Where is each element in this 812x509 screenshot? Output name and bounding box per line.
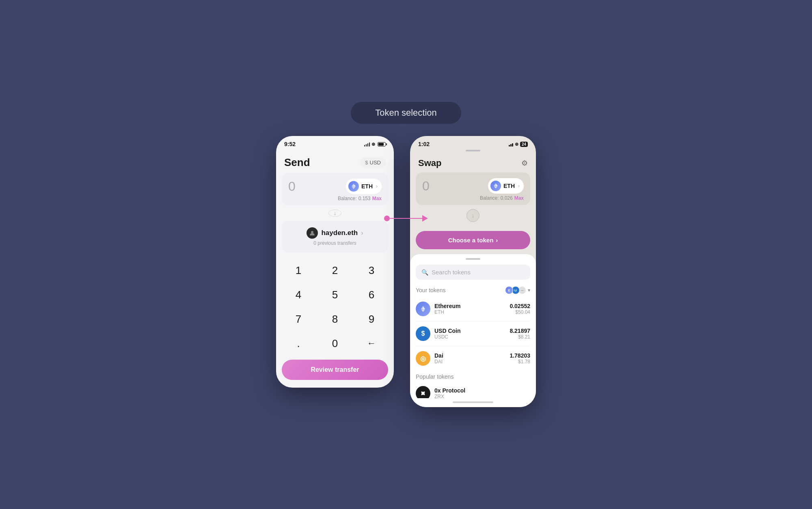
- numpad: 1 2 3 4 5 6 7 8 9 . 0 ←: [276, 252, 394, 360]
- numpad-0[interactable]: 0: [317, 331, 353, 356]
- recipient-row[interactable]: hayden.eth ›: [307, 227, 363, 239]
- gear-icon[interactable]: ⚙: [521, 159, 528, 168]
- max-button-left[interactable]: Max: [372, 196, 382, 201]
- dai-token-logo: ◎: [416, 351, 430, 366]
- review-transfer-label: Review transfer: [311, 366, 359, 373]
- numpad-5[interactable]: 5: [317, 283, 353, 307]
- arrow-dot: [384, 216, 390, 221]
- numpad-4[interactable]: 4: [280, 283, 317, 307]
- mini-eth-icon: E: [505, 286, 513, 294]
- amount-input-left[interactable]: 0: [288, 179, 296, 194]
- token-item-usdc[interactable]: $ USD Coin USDC 8.21897 $8.21: [410, 322, 536, 345]
- usdc-token-name: USD Coin: [434, 328, 505, 334]
- balance-label-right: Balance:: [480, 195, 499, 201]
- zrx-token-name: 0x Protocol: [434, 387, 530, 394]
- dai-token-info: Dai DAI: [434, 352, 505, 364]
- zrx-token-logo: [416, 386, 430, 398]
- token-item-eth[interactable]: Ethereum ETH 0.02552 $50.04: [410, 298, 536, 320]
- balance-row-right: Balance: 0.026 Max: [422, 195, 524, 201]
- divider-usdc: [416, 346, 530, 346]
- divider-eth: [416, 321, 530, 321]
- review-transfer-button[interactable]: Review transfer: [282, 360, 388, 380]
- status-bar-left: 9:52 ⊛: [276, 136, 394, 150]
- send-header: Send $ USD: [276, 154, 394, 173]
- chevron-right-icon-right: ›: [518, 183, 520, 189]
- chevron-right-icon-left: ›: [376, 183, 378, 189]
- numpad-8[interactable]: 8: [317, 307, 353, 331]
- status-icons-right: ⊛ 24: [509, 142, 528, 147]
- eth-token-logo: [416, 302, 430, 316]
- dollar-icon: $: [365, 160, 368, 166]
- numpad-9[interactable]: 9: [353, 307, 390, 331]
- usdc-usd: $8.21: [510, 334, 530, 340]
- balance-value-right: 0.026: [501, 195, 513, 201]
- token-selection-sheet: 🔍 Search tokens Your tokens E U ··· ▾: [410, 254, 536, 407]
- balance-value-left: 0.153: [358, 196, 371, 201]
- amount-input-right[interactable]: 0: [422, 179, 430, 194]
- numpad-3[interactable]: 3: [353, 258, 390, 283]
- token-name-left: ETH: [361, 183, 373, 190]
- usdc-token-info: USD Coin USDC: [434, 328, 505, 340]
- balance-label-left: Balance:: [338, 196, 357, 201]
- token-name-right: ETH: [503, 183, 515, 189]
- recipient-chevron: ›: [361, 229, 363, 237]
- zrx-token-symbol: ZRX: [434, 394, 530, 398]
- send-title: Send: [284, 156, 310, 169]
- title-text: Token selection: [375, 108, 437, 118]
- battery-icon: [378, 142, 386, 147]
- eth-token-amounts: 0.02552 $50.04: [510, 303, 530, 315]
- token-item-zrx[interactable]: 0x Protocol ZRX: [410, 382, 536, 398]
- sheet-pull: [466, 258, 480, 260]
- wifi-icon: ⊛: [371, 142, 375, 147]
- numpad-1[interactable]: 1: [280, 258, 317, 283]
- token-item-dai[interactable]: ◎ Dai DAI 1.78203 $1.78: [410, 347, 536, 370]
- numpad-2[interactable]: 2: [317, 258, 353, 283]
- recipient-avatar: [307, 227, 318, 239]
- numpad-backspace[interactable]: ←: [353, 331, 390, 356]
- search-placeholder-text: Search tokens: [432, 269, 471, 276]
- arrow-indicator: [384, 215, 428, 222]
- wifi-icon-right: ⊛: [515, 142, 518, 147]
- numpad-6[interactable]: 6: [353, 283, 390, 307]
- status-bar-right: 1:02 ⊛ 24: [410, 136, 536, 150]
- swap-title: Swap: [418, 158, 441, 168]
- arrow-head: [422, 215, 428, 222]
- eth-token-symbol: ETH: [434, 309, 505, 315]
- popular-tokens-label: Popular tokens: [416, 373, 454, 380]
- token-selector-right[interactable]: ETH ›: [488, 178, 524, 194]
- recipient-name: hayden.eth: [321, 229, 358, 237]
- numpad-7[interactable]: 7: [280, 307, 317, 331]
- amount-section-right: 0 ETH › Balance: 0.026 Max: [416, 173, 530, 205]
- swap-direction-button-left[interactable]: ↓: [328, 209, 341, 217]
- amount-row-left: 0 ETH ›: [288, 179, 382, 194]
- amount-section-left: 0 ETH › Balance: 0.153 Max: [282, 173, 388, 205]
- token-group-icons: E U ··· ▾: [507, 286, 530, 294]
- status-icons-left: ⊛: [364, 142, 386, 147]
- choose-token-label: Choose a token: [448, 237, 494, 244]
- home-bar-right: [453, 401, 493, 403]
- eth-balance: 0.02552: [510, 303, 530, 309]
- currency-label: USD: [370, 160, 381, 166]
- chevron-down-icon: ▾: [528, 287, 530, 293]
- phone-left: 9:52 ⊛ Send $ USD: [276, 136, 394, 388]
- dai-token-symbol: DAI: [434, 359, 505, 364]
- eth-token-info: Ethereum ETH: [434, 303, 505, 315]
- token-selector-left[interactable]: ETH ›: [346, 179, 382, 194]
- prev-transfers-text: 0 previous transfers: [313, 240, 356, 246]
- zrx-token-info: 0x Protocol ZRX: [434, 387, 530, 398]
- search-bar[interactable]: 🔍 Search tokens: [416, 265, 530, 280]
- title-pill: Token selection: [351, 102, 461, 124]
- choose-token-button[interactable]: Choose a token ›: [416, 231, 530, 249]
- max-button-right[interactable]: Max: [514, 195, 524, 201]
- choose-token-chevron: ›: [496, 237, 498, 244]
- down-arrow-icon-left: ↓: [334, 210, 337, 216]
- numpad-dot[interactable]: .: [280, 331, 317, 356]
- usdc-token-symbol: USDC: [434, 334, 505, 340]
- swap-direction-button-right[interactable]: ↓: [466, 209, 479, 222]
- signal-icon-right: [509, 142, 513, 147]
- currency-badge[interactable]: $ USD: [360, 157, 386, 168]
- your-tokens-header: Your tokens E U ··· ▾: [410, 285, 536, 298]
- token-list: Ethereum ETH 0.02552 $50.04 $ USD Coi: [410, 298, 536, 398]
- down-arrow-icon-right: ↓: [472, 212, 475, 219]
- pull-indicator-right: [466, 150, 480, 151]
